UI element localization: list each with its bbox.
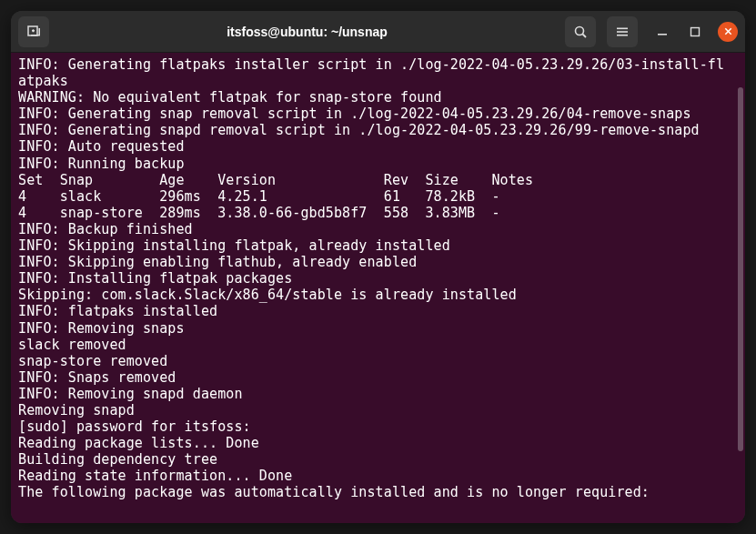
window-controls	[652, 22, 738, 42]
search-button[interactable]	[565, 16, 596, 47]
titlebar: itsfoss@ubuntu: ~/unsnap	[11, 11, 745, 53]
scrollbar-thumb[interactable]	[738, 87, 743, 451]
svg-rect-9	[617, 34, 628, 35]
new-tab-icon	[26, 25, 41, 39]
svg-rect-10	[658, 34, 667, 35]
terminal-output: INFO: Generating flatpaks installer scri…	[18, 56, 738, 501]
minimize-button[interactable]	[652, 22, 672, 42]
hamburger-icon	[615, 25, 630, 39]
minimize-icon	[657, 26, 668, 37]
svg-point-5	[576, 26, 584, 35]
terminal-body[interactable]: INFO: Generating flatpaks installer scri…	[11, 53, 745, 523]
svg-rect-7	[617, 27, 628, 29]
svg-line-6	[583, 34, 587, 37]
maximize-button[interactable]	[685, 22, 705, 42]
svg-rect-4	[39, 28, 41, 35]
close-icon	[723, 26, 733, 36]
svg-rect-2	[33, 29, 35, 32]
new-tab-button[interactable]	[18, 16, 49, 47]
search-icon	[573, 25, 588, 39]
svg-rect-11	[691, 27, 700, 35]
window-title: itsfoss@ubuntu: ~/unsnap	[49, 25, 565, 39]
terminal-window: itsfoss@ubuntu: ~/unsnap INFO: Ge	[11, 11, 745, 523]
close-button[interactable]	[718, 22, 738, 42]
titlebar-left	[18, 16, 49, 47]
maximize-icon	[690, 26, 701, 37]
svg-rect-8	[617, 31, 628, 33]
menu-button[interactable]	[607, 16, 638, 47]
titlebar-right	[565, 16, 738, 47]
